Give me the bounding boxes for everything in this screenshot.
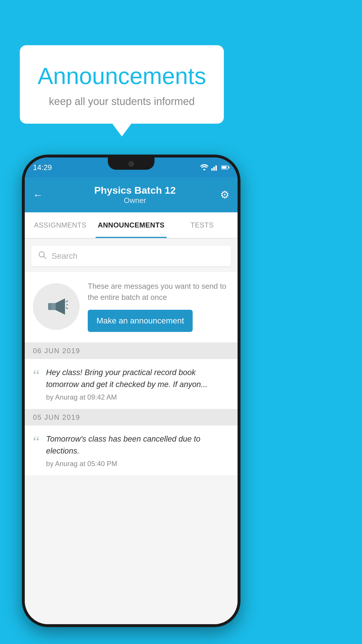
tab-assignments[interactable]: ASSIGNMENTS [25,212,96,238]
phone-screen: 14:29 [25,158,238,624]
quote-icon-1: “ [33,368,40,383]
app-bar-title: Physics Batch 12 [50,185,220,196]
battery-icon [221,165,229,170]
settings-icon[interactable]: ⚙ [220,189,229,201]
svg-line-11 [66,301,68,302]
promo-icon-circle [33,283,80,330]
announcement-content-2: Tomorrow's class has been cancelled due … [46,433,229,468]
speech-bubble-container: Announcements keep all your students inf… [20,45,224,124]
announcement-message-2: Tomorrow's class has been cancelled due … [46,433,229,457]
wifi-icon [200,164,208,171]
announcement-meta-2: by Anurag at 05:40 PM [46,460,229,468]
phone-notch [108,158,154,170]
search-placeholder: Search [52,251,78,261]
svg-marker-8 [50,303,56,310]
announcement-meta-1: by Anurag at 09:42 AM [46,393,229,401]
app-bar: ← Physics Batch 12 Owner ⚙ [25,177,238,212]
announcement-message-1: Hey class! Bring your practical record b… [46,367,229,390]
announcement-content-1: Hey class! Bring your practical record b… [46,367,229,401]
tab-announcements[interactable]: ANNOUNCEMENTS [96,212,166,238]
svg-rect-0 [211,168,213,171]
search-icon [38,251,46,261]
status-icons [200,164,229,171]
promo-description: These are messages you want to send to t… [88,281,229,303]
megaphone-icon [45,295,68,318]
tab-bar: ASSIGNMENTS ANNOUNCEMENTS TESTS [25,212,238,239]
svg-line-13 [66,308,68,309]
announcement-item-1[interactable]: “ Hey class! Bring your practical record… [25,359,238,409]
svg-line-7 [44,256,46,259]
status-time: 14:29 [33,163,52,172]
svg-rect-1 [213,167,215,171]
announcement-promo: These are messages you want to send to t… [25,272,238,343]
tab-tests[interactable]: TESTS [167,212,238,238]
announcements-subtitle: keep all your students informed [34,95,209,108]
phone-outer: 14:29 [22,155,240,627]
announcement-item-2[interactable]: “ Tomorrow's class has been cancelled du… [25,426,238,476]
back-button[interactable]: ← [33,189,43,201]
svg-rect-10 [48,303,51,310]
camera-cutout [128,161,134,167]
announcements-heading: Announcements [34,63,209,90]
make-announcement-button[interactable]: Make an announcement [88,310,193,332]
promo-right: These are messages you want to send to t… [88,281,229,332]
app-bar-subtitle: Owner [50,196,220,205]
phone-wrapper: 14:29 [22,155,240,627]
date-header-1: 06 JUN 2019 [25,343,238,359]
signal-icon [211,164,218,171]
content-area: Search [25,239,238,624]
search-bar[interactable]: Search [31,246,231,266]
app-bar-title-group: Physics Batch 12 Owner [50,185,220,205]
svg-rect-5 [222,166,226,169]
svg-marker-9 [56,298,65,315]
speech-bubble: Announcements keep all your students inf… [20,45,224,124]
quote-icon-2: “ [33,434,40,449]
date-header-2: 05 JUN 2019 [25,409,238,426]
svg-rect-2 [215,165,217,171]
svg-rect-4 [229,167,229,168]
